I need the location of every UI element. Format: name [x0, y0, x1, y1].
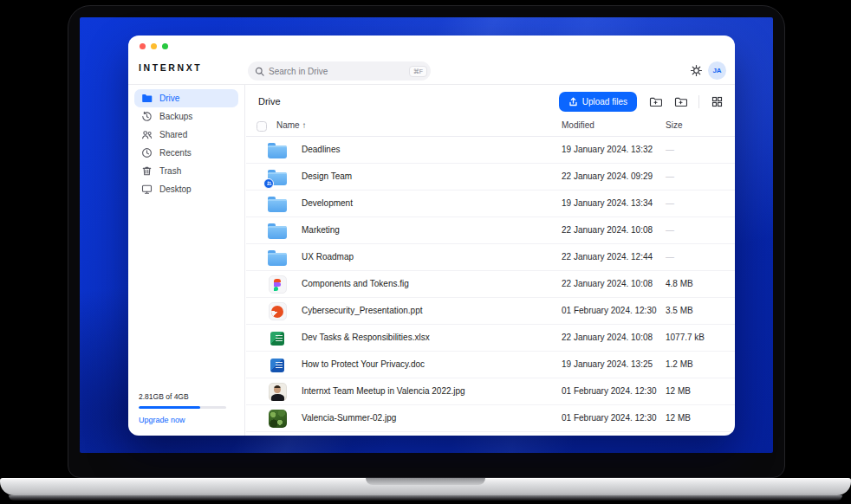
row-modified: 22 January 2024. 10:08	[562, 333, 653, 342]
grid-view-button[interactable]	[711, 96, 723, 107]
shared-folder-icon	[268, 172, 287, 185]
page-title: Drive	[258, 96, 281, 107]
close-window-button[interactable]	[140, 43, 146, 49]
table-row[interactable]: Deadlines 19 January 2024. 13:32 —	[246, 137, 735, 164]
row-modified: 01 February 2024. 12:30	[562, 413, 657, 423]
mockup-stage: INTERNXT ⌘F JA	[0, 0, 851, 504]
storage-section: 2.81GB of 4GB Upgrade now	[139, 392, 226, 424]
row-modified: 19 January 2024. 13:25	[562, 359, 653, 369]
figma-file-icon	[269, 275, 287, 294]
row-modified: 19 January 2024. 13:34	[562, 198, 653, 208]
desktop-icon	[141, 184, 153, 195]
clock-icon	[141, 147, 153, 158]
folder-icon	[268, 199, 287, 212]
table-header: Name ↑ Modified Size	[246, 118, 735, 137]
sidebar-item-label: Recents	[159, 148, 192, 158]
sidebar-item-label: Shared	[159, 130, 187, 139]
sidebar-item-label: Trash	[159, 166, 181, 176]
row-size: 1077.7 kB	[666, 333, 705, 342]
column-header-name[interactable]: Name ↑	[276, 120, 306, 130]
search-icon	[255, 67, 264, 76]
row-name: Development	[302, 198, 353, 208]
sidebar: Drive Backups Shared	[128, 85, 245, 436]
row-size: 12 MB	[666, 386, 691, 396]
table-row[interactable]: How to Protect Your Privacy.doc 19 Janua…	[246, 352, 735, 378]
powerpoint-file-icon	[269, 302, 287, 320]
excel-file-icon	[270, 332, 284, 346]
laptop-lid-notch	[366, 478, 485, 485]
row-name: Internxt Team Meetup in Valencia 2022.jp…	[302, 386, 465, 396]
sidebar-item-drive[interactable]: Drive	[134, 89, 238, 107]
table-row[interactable]: Internxt Team Meetup in Valencia 2022.jp…	[246, 378, 735, 405]
table-row[interactable]: Cybersecurity_Presentation.ppt 01 Februa…	[246, 298, 735, 325]
row-modified: 01 February 2024. 12:30	[562, 306, 657, 315]
grid-view-icon	[711, 96, 723, 107]
row-size: 1.2 MB	[666, 359, 693, 369]
row-size: 3.5 MB	[666, 306, 693, 315]
row-modified: 22 January 2024. 09:29	[562, 171, 653, 181]
row-modified: 22 January 2024. 12:44	[562, 252, 653, 262]
upgrade-link[interactable]: Upgrade now	[139, 416, 226, 424]
minimize-window-button[interactable]	[151, 43, 157, 49]
folder-icon	[268, 226, 287, 239]
upload-files-button[interactable]: Upload files	[559, 92, 637, 112]
search-input[interactable]	[269, 67, 405, 76]
people-icon	[141, 129, 153, 140]
row-modified: 22 January 2024. 10:08	[562, 279, 653, 288]
create-folder-button[interactable]	[674, 96, 687, 107]
zoom-window-button[interactable]	[162, 43, 168, 49]
sidebar-item-backups[interactable]: Backups	[134, 107, 238, 126]
storage-progress-bar	[139, 406, 226, 409]
sidebar-item-shared[interactable]: Shared	[134, 126, 238, 144]
folder-icon	[268, 253, 287, 266]
row-name: How to Protect Your Privacy.doc	[302, 359, 425, 369]
sidebar-item-desktop[interactable]: Desktop	[134, 180, 238, 198]
folder-icon	[268, 145, 287, 158]
file-list: Deadlines 19 January 2024. 13:32 — Desig…	[246, 137, 735, 436]
row-modified: 19 January 2024. 13:32	[562, 145, 653, 154]
table-row[interactable]: Marketing 22 January 2024. 10:08 —	[246, 217, 735, 244]
row-modified: 22 January 2024. 10:08	[562, 225, 653, 235]
photo-thumbnail	[269, 383, 287, 401]
row-name: UX Roadmap	[302, 252, 354, 262]
row-name: Marketing	[302, 225, 340, 235]
internxt-drive-window: INTERNXT ⌘F JA	[128, 36, 735, 436]
column-header-size: Size	[666, 120, 682, 130]
folder-plus-icon	[674, 96, 687, 107]
sidebar-item-recents[interactable]: Recents	[134, 144, 238, 162]
table-row[interactable]: Development 19 January 2024. 13:34 —	[246, 191, 735, 217]
sidebar-item-label: Drive	[159, 94, 179, 103]
table-row[interactable]: Components and Tokens.fig 22 January 202…	[246, 271, 735, 298]
toolbar-divider	[698, 95, 699, 108]
settings-button[interactable]	[688, 62, 704, 78]
sort-ascending-icon: ↑	[302, 120, 306, 130]
folder-plus-icon	[649, 96, 662, 107]
table-row[interactable]: Valencia-Summer-02.jpg 01 February 2024.…	[246, 405, 735, 432]
sidebar-item-label: Backups	[159, 112, 192, 121]
sidebar-item-label: Desktop	[159, 184, 192, 194]
table-row[interactable]: UX Roadmap 22 January 2024. 12:44 —	[246, 244, 735, 271]
select-all-checkbox[interactable]	[257, 121, 267, 132]
row-name: Cybersecurity_Presentation.ppt	[302, 306, 423, 315]
table-row[interactable]: Design Team 22 January 2024. 09:29 —	[246, 164, 735, 191]
trash-icon	[141, 165, 153, 177]
avatar[interactable]: JA	[708, 61, 726, 80]
main-content: Drive Upload files	[246, 85, 735, 436]
upload-folder-button[interactable]	[649, 96, 662, 107]
shared-badge-icon	[263, 178, 274, 189]
row-name: Valencia-Summer-02.jpg	[302, 413, 396, 423]
toolbar: Drive Upload files	[246, 85, 735, 118]
row-size: —	[666, 252, 674, 262]
window-controls	[140, 43, 168, 49]
photo-thumbnail	[269, 410, 287, 428]
sidebar-item-trash[interactable]: Trash	[134, 162, 238, 180]
column-header-modified: Modified	[562, 120, 594, 130]
search-bar[interactable]: ⌘F	[248, 61, 431, 81]
search-shortcut-badge: ⌘F	[409, 66, 427, 77]
row-size: —	[666, 145, 674, 154]
row-size: 4.8 MB	[666, 279, 693, 288]
internxt-logo: INTERNXT	[139, 62, 202, 73]
word-file-icon	[270, 359, 284, 372]
row-name: Dev Tasks & Responsibilities.xlsx	[302, 333, 430, 342]
table-row[interactable]: Dev Tasks & Responsibilities.xlsx 22 Jan…	[246, 325, 735, 352]
